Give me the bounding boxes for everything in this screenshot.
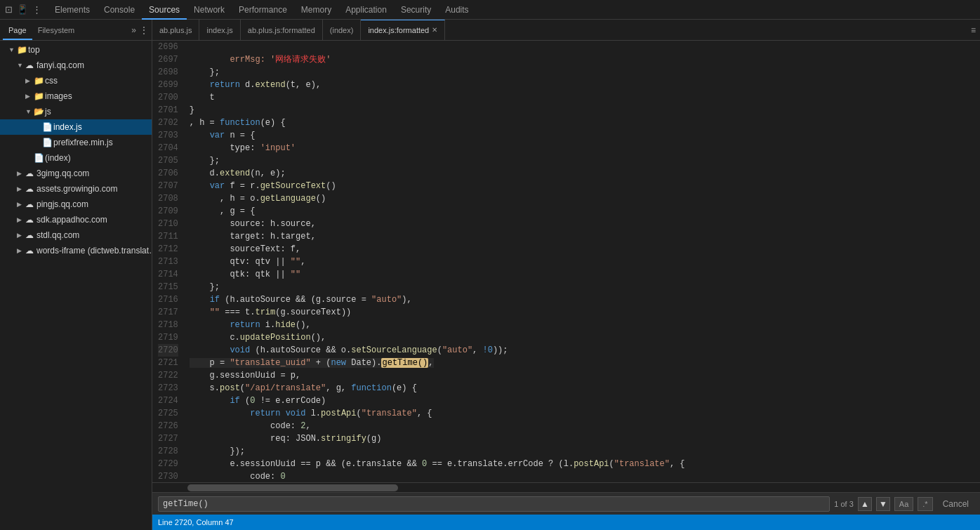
tree-item-js[interactable]: ▼ 📂 js	[0, 104, 152, 119]
source-tab-label-abplusf: ab.plus.js:formatted	[248, 20, 315, 41]
folder-icon-images: 📁	[34, 88, 45, 104]
search-match-case-button[interactable]: Aa	[894, 497, 913, 511]
tree-item-sdk[interactable]: ▶ ☁ sdk.appadhoc.com	[0, 212, 152, 227]
main-toolbar: ⊡ 📱 ⋮ Elements Console Sources Network P…	[0, 0, 980, 20]
tab-network[interactable]: Network	[187, 0, 232, 20]
source-tab-indexjsf[interactable]: index.js:formatted ✕	[361, 20, 445, 41]
tree-item-index-html[interactable]: 📄 (index)	[0, 150, 152, 166]
main-tab-bar: Elements Console Sources Network Perform…	[48, 0, 977, 20]
tree-label-indexjs: index.js	[53, 119, 82, 135]
cloud-icon-3gimg: ☁	[25, 166, 37, 181]
tree-label-3gimg: 3gimg.qq.com	[37, 166, 89, 181]
search-cancel-button[interactable]: Cancel	[937, 496, 974, 512]
tab-security[interactable]: Security	[394, 0, 438, 20]
code-scroll[interactable]: 2696 2697 2698 2699 2700 2701 2702 2703 …	[152, 41, 980, 482]
tree-item-images[interactable]: ▶ 📁 images	[0, 88, 152, 104]
horizontal-scrollbar[interactable]	[152, 482, 980, 492]
source-tab-bar: ab.plus.js index.js ab.plus.js:formatted…	[152, 20, 980, 41]
tree-item-assets[interactable]: ▶ ☁ assets.growingio.com	[0, 181, 152, 197]
scrollbar-thumb	[187, 484, 398, 491]
tree-label-stdl: stdl.qq.com	[37, 227, 79, 243]
subtab-page[interactable]: Page	[3, 20, 32, 40]
tree-item-stdl[interactable]: ▶ ☁ stdl.qq.com	[0, 227, 152, 243]
mobile-icon[interactable]: 📱	[17, 4, 28, 15]
tree-item-3gimg[interactable]: ▶ ☁ 3gimg.qq.com	[0, 166, 152, 181]
subtab-dots-icon[interactable]: ⋮	[139, 25, 149, 36]
source-tab-label-indexjsf: index.js:formatted	[368, 20, 429, 41]
tree-label-css: css	[45, 73, 58, 88]
source-tab-indexjs[interactable]: index.js	[199, 20, 240, 41]
cloud-icon-assets: ☁	[25, 181, 37, 197]
file-js-icon-prefix: 📄	[42, 135, 53, 150]
tree-label-pingjs: pingjs.qq.com	[37, 197, 88, 212]
tree-item-css[interactable]: ▶ 📁 css	[0, 73, 152, 88]
folder-open-icon: 📁	[17, 42, 28, 58]
arrow-images: ▶	[25, 88, 34, 104]
line-numbers: 2696 2697 2698 2699 2700 2701 2702 2703 …	[152, 41, 184, 482]
toolbar-icons: ⊡ 📱 ⋮	[3, 4, 42, 15]
cloud-icon-stdl: ☁	[25, 227, 37, 243]
code-content[interactable]: errMsg: '网络请求失败' }; return d.extend(t, e…	[184, 41, 980, 482]
subtab-filesystem[interactable]: Filesystem	[32, 20, 81, 40]
tab-sources[interactable]: Sources	[142, 0, 187, 20]
tab-console[interactable]: Console	[97, 0, 142, 20]
search-regex-button[interactable]: .*	[918, 497, 932, 511]
source-tab-abplusf[interactable]: ab.plus.js:formatted	[241, 20, 323, 41]
tree-label-images: images	[45, 88, 72, 104]
source-tab-close-indexjsf[interactable]: ✕	[432, 20, 437, 41]
source-tab-label-abplus: ab.plus.js	[159, 20, 192, 41]
cloud-icon-words: ☁	[25, 243, 37, 258]
inspect-icon[interactable]: ⊡	[3, 4, 14, 15]
folder-open-icon-js: 📂	[34, 104, 45, 119]
tree-label-prefixfree: prefixfree.min.js	[53, 135, 113, 150]
file-tree: ▼ 📁 top ▼ ☁ fanyi.qq.com ▶ 📁 css	[0, 41, 152, 530]
sub-tab-bar: Page Filesystem » ⋮	[0, 20, 152, 41]
source-tab-label-indexhtml: (index)	[330, 20, 354, 41]
search-prev-button[interactable]: ▲	[858, 497, 872, 511]
cloud-open-icon: ☁	[25, 58, 37, 73]
cloud-icon-pingjs: ☁	[25, 197, 37, 212]
search-count: 1 of 3	[834, 500, 854, 508]
arrow-3gimg: ▶	[17, 166, 25, 181]
tree-label-js: js	[45, 104, 51, 119]
source-tab-sidebar-icon[interactable]: ≡	[967, 25, 980, 35]
tab-memory[interactable]: Memory	[294, 0, 338, 20]
tab-elements[interactable]: Elements	[48, 0, 97, 20]
status-text: Line 2720, Column 47	[158, 518, 234, 526]
arrow-top: ▼	[8, 42, 17, 58]
search-input[interactable]	[163, 499, 825, 509]
search-input-wrap	[158, 496, 830, 512]
tab-application[interactable]: Application	[338, 0, 394, 20]
search-bar: 1 of 3 ▲ ▼ Aa .* Cancel	[152, 492, 980, 515]
main-content: Page Filesystem » ⋮ ▼ 📁 top ▼ ☁ fanyi.qq…	[0, 20, 980, 530]
right-panel: ab.plus.js index.js ab.plus.js:formatted…	[152, 20, 980, 530]
arrow-js: ▼	[25, 104, 34, 119]
tree-label-assets: assets.growingio.com	[37, 181, 117, 197]
arrow-sdk: ▶	[17, 212, 25, 227]
search-next-button[interactable]: ▼	[876, 497, 890, 511]
arrow-fanyi: ▼	[17, 58, 25, 73]
arrow-stdl: ▶	[17, 227, 25, 243]
tab-audits[interactable]: Audits	[438, 0, 475, 20]
tree-label-fanyi: fanyi.qq.com	[37, 58, 84, 73]
status-bar: Line 2720, Column 47	[152, 515, 980, 530]
left-panel: Page Filesystem » ⋮ ▼ 📁 top ▼ ☁ fanyi.qq…	[0, 20, 152, 530]
subtab-more-icon[interactable]: »	[131, 25, 136, 35]
tree-item-words[interactable]: ▶ ☁ words-iframe (dictweb.translat…	[0, 243, 152, 258]
arrow-css: ▶	[25, 73, 34, 88]
arrow-pingjs: ▶	[17, 197, 25, 212]
tree-item-indexjs[interactable]: 📄 index.js	[0, 119, 152, 135]
source-tab-indexhtml[interactable]: (index)	[323, 20, 362, 41]
source-tab-abplus[interactable]: ab.plus.js	[152, 20, 199, 41]
tree-label-index-html: (index)	[45, 150, 71, 166]
tree-item-top[interactable]: ▼ 📁 top	[0, 42, 152, 58]
cloud-icon-sdk: ☁	[25, 212, 37, 227]
tab-performance[interactable]: Performance	[232, 0, 294, 20]
tree-item-prefixfree[interactable]: 📄 prefixfree.min.js	[0, 135, 152, 150]
menu-icon[interactable]: ⋮	[31, 4, 42, 15]
tree-item-pingjs[interactable]: ▶ ☁ pingjs.qq.com	[0, 197, 152, 212]
folder-icon-css: 📁	[34, 73, 45, 88]
arrow-words: ▶	[17, 243, 25, 258]
file-html-icon: 📄	[34, 150, 45, 166]
tree-item-fanyi[interactable]: ▼ ☁ fanyi.qq.com	[0, 58, 152, 73]
